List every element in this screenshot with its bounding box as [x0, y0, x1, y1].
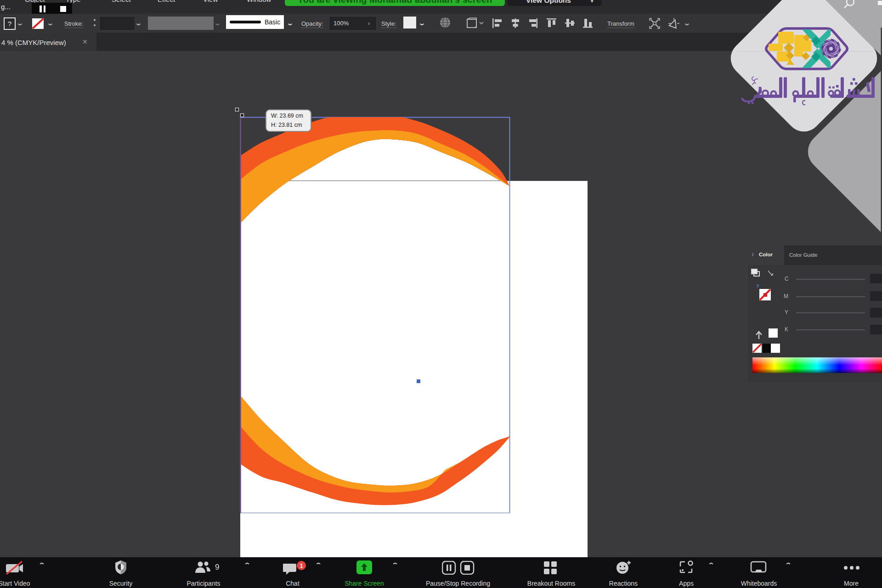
svg-text:1: 1 [300, 562, 303, 569]
svg-text:?: ? [756, 283, 759, 289]
